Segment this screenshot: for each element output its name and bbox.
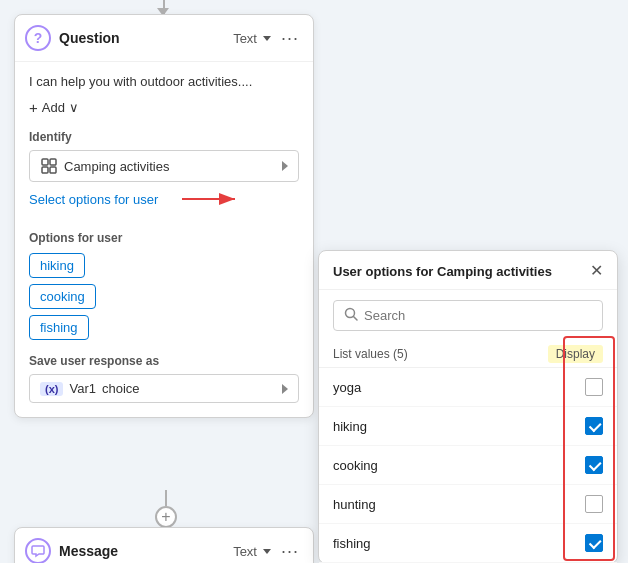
message-title: Message [59, 543, 118, 559]
option-chip-cooking[interactable]: cooking [29, 284, 96, 309]
identify-value: Camping activities [64, 159, 170, 174]
add-chevron-icon: ∨ [69, 100, 79, 115]
svg-rect-1 [50, 159, 56, 165]
popup-list-header: List values (5) Display [319, 341, 617, 367]
save-response-inner: (x) Var1 choice [40, 381, 140, 396]
question-card: ? Question Text ··· I can help you with … [14, 14, 314, 418]
option-chip-hiking[interactable]: hiking [29, 253, 85, 278]
identify-row-left: Camping activities [40, 157, 170, 175]
message-header-left: Message [25, 538, 118, 563]
svg-rect-3 [50, 167, 56, 173]
popup-title: User options for Camping activities [333, 264, 552, 279]
search-box[interactable] [333, 300, 603, 331]
message-header: Message Text ··· [25, 538, 299, 563]
card-title: Question [59, 30, 120, 46]
svg-line-7 [354, 317, 358, 321]
popup-card: User options for Camping activities ✕ Li… [318, 250, 618, 563]
search-icon [344, 307, 358, 324]
item-name-fishing: fishing [333, 536, 371, 551]
list-item: hunting [319, 485, 617, 524]
message-more-options-button[interactable]: ··· [281, 541, 299, 562]
list-item: cooking [319, 446, 617, 485]
options-section-label: Options for user [29, 231, 299, 245]
display-column-label: Display [548, 345, 603, 363]
message-type-chevron-icon [263, 549, 271, 554]
more-options-button[interactable]: ··· [281, 28, 299, 49]
var-badge: (x) [40, 382, 63, 396]
add-label: Add [42, 100, 65, 115]
save-response-label: Save user response as [29, 354, 299, 368]
add-button[interactable]: + Add ∨ [29, 99, 79, 116]
search-input[interactable] [364, 308, 592, 323]
close-button[interactable]: ✕ [590, 263, 603, 279]
bottom-line-1 [165, 490, 167, 506]
svg-rect-0 [42, 159, 48, 165]
message-type-selector[interactable]: Text [233, 544, 271, 559]
message-card: Message Text ··· [14, 527, 314, 563]
type-chevron-icon [263, 36, 271, 41]
list-item: fishing [319, 524, 617, 563]
checkbox-fishing[interactable] [585, 534, 603, 552]
checkbox-yoga[interactable] [585, 378, 603, 396]
select-options-link[interactable]: Select options for user [29, 192, 158, 207]
card-description: I can help you with outdoor activities..… [29, 74, 299, 89]
popup-items-list: yoga hiking cooking hunting fishing [319, 367, 617, 563]
add-step-button[interactable]: + [155, 506, 177, 528]
choice-label: choice [102, 381, 140, 396]
item-name-hiking: hiking [333, 419, 367, 434]
card-header-left: ? Question [25, 25, 120, 51]
identify-row[interactable]: Camping activities [29, 150, 299, 182]
identify-chevron-icon [282, 161, 288, 171]
list-item: yoga [319, 368, 617, 407]
plus-icon: + [29, 99, 38, 116]
card-body: I can help you with outdoor activities..… [15, 62, 313, 403]
question-icon: ? [25, 25, 51, 51]
save-response-row[interactable]: (x) Var1 choice [29, 374, 299, 403]
item-name-yoga: yoga [333, 380, 361, 395]
message-icon [25, 538, 51, 563]
checkbox-cooking[interactable] [585, 456, 603, 474]
card-type-selector[interactable]: Text [233, 31, 271, 46]
option-chips: hiking cooking fishing [29, 253, 299, 340]
red-arrow-indicator [177, 188, 247, 210]
item-name-hunting: hunting [333, 497, 376, 512]
svg-rect-2 [42, 167, 48, 173]
list-item: hiking [319, 407, 617, 446]
identify-table-icon [40, 157, 58, 175]
var-name: Var1 [69, 381, 96, 396]
identify-section-label: Identify [29, 130, 299, 144]
card-header: ? Question Text ··· [15, 15, 313, 62]
save-response-chevron-icon [282, 384, 288, 394]
checkbox-hunting[interactable] [585, 495, 603, 513]
popup-header: User options for Camping activities ✕ [319, 251, 617, 290]
list-count-label: List values (5) [333, 347, 408, 361]
option-chip-fishing[interactable]: fishing [29, 315, 89, 340]
checkbox-hiking[interactable] [585, 417, 603, 435]
item-name-cooking: cooking [333, 458, 378, 473]
